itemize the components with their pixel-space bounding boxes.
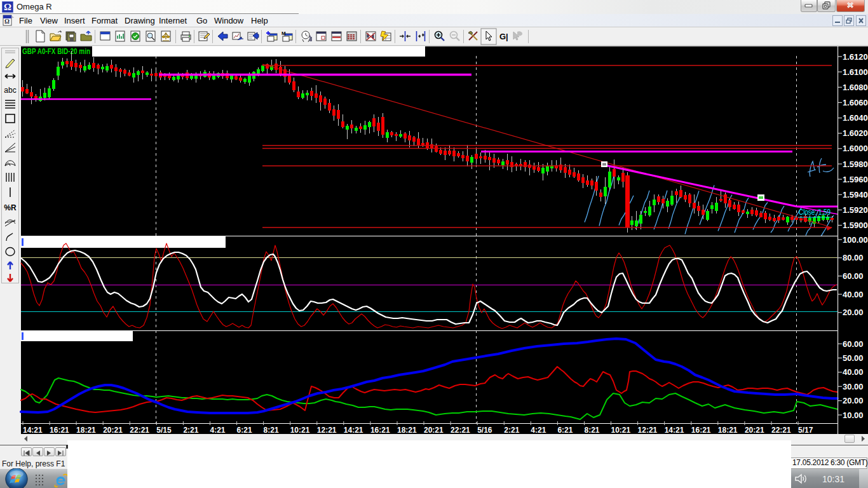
svg-text:1.5920: 1.5920 xyxy=(843,205,868,215)
svg-text:20.00: 20.00 xyxy=(843,308,864,317)
svg-text:5/15: 5/15 xyxy=(156,426,172,435)
svg-text:1.5940: 1.5940 xyxy=(843,190,868,200)
svg-text:1.6040: 1.6040 xyxy=(843,113,868,123)
svg-text:Ω: Ω xyxy=(4,18,10,25)
svg-text:1.5980: 1.5980 xyxy=(843,159,868,169)
svg-text:1.6120: 1.6120 xyxy=(843,52,868,62)
svg-text:18:21: 18:21 xyxy=(76,426,96,435)
svg-text:50.00: 50.00 xyxy=(843,353,864,363)
svg-text:1.6060: 1.6060 xyxy=(843,98,868,107)
svg-text:10.00: 10.00 xyxy=(843,410,864,420)
svg-text:8:21: 8:21 xyxy=(264,426,279,435)
svg-text:20:21: 20:21 xyxy=(424,426,444,435)
svg-text:12:21: 12:21 xyxy=(638,426,658,435)
svg-text:20.00: 20.00 xyxy=(843,396,864,405)
svg-text:10:21: 10:21 xyxy=(611,426,631,435)
svg-text:10:21: 10:21 xyxy=(290,426,310,435)
svg-text:6:21: 6:21 xyxy=(557,426,573,435)
svg-text:Close: 1.59: Close: 1.59 xyxy=(799,208,831,217)
svg-text:80.00: 80.00 xyxy=(843,253,864,262)
svg-text:4:21: 4:21 xyxy=(210,426,226,435)
svg-text:20:21: 20:21 xyxy=(745,426,764,435)
svg-text:4:21: 4:21 xyxy=(531,426,546,435)
svg-text:16:21: 16:21 xyxy=(691,426,711,435)
svg-text:2:21: 2:21 xyxy=(183,426,198,435)
svg-text:30.00: 30.00 xyxy=(843,382,864,391)
svg-text:18:21: 18:21 xyxy=(397,426,417,435)
svg-text:6:21: 6:21 xyxy=(237,426,252,435)
svg-text:GBP A0-FX BID-20 min: GBP A0-FX BID-20 min xyxy=(22,47,90,56)
svg-text:20:21: 20:21 xyxy=(103,426,123,435)
svg-text:5/16: 5/16 xyxy=(477,426,492,435)
svg-text:1.6020: 1.6020 xyxy=(843,128,868,138)
svg-text:100.00: 100.00 xyxy=(843,235,868,245)
svg-text:8:21: 8:21 xyxy=(585,426,600,435)
svg-text:G|: G| xyxy=(499,32,508,41)
svg-text:60.00: 60.00 xyxy=(843,339,864,349)
svg-text:1.5960: 1.5960 xyxy=(843,175,868,184)
svg-text:22:21: 22:21 xyxy=(130,426,149,435)
svg-text:1.6080: 1.6080 xyxy=(843,83,868,92)
svg-text:1.6000: 1.6000 xyxy=(843,144,868,153)
svg-text:Ω: Ω xyxy=(4,2,11,12)
svg-text:5/17: 5/17 xyxy=(798,426,813,435)
svg-text:14:21: 14:21 xyxy=(665,426,684,435)
svg-text:14:21: 14:21 xyxy=(23,426,43,435)
svg-text:2:21: 2:21 xyxy=(504,426,519,435)
svg-text:60.00: 60.00 xyxy=(843,271,864,281)
svg-text:1.6100: 1.6100 xyxy=(843,67,868,77)
svg-text:22:21: 22:21 xyxy=(451,426,470,435)
svg-text:14:21: 14:21 xyxy=(344,426,363,435)
svg-text:40.00: 40.00 xyxy=(843,367,864,377)
svg-text:40.00: 40.00 xyxy=(843,290,864,299)
svg-text:18:21: 18:21 xyxy=(718,426,738,435)
svg-text:22:21: 22:21 xyxy=(771,426,791,435)
svg-text:1.5900: 1.5900 xyxy=(843,220,868,230)
svg-text:16:21: 16:21 xyxy=(370,426,390,435)
svg-text:12:21: 12:21 xyxy=(317,426,337,435)
svg-text:M: M xyxy=(281,30,286,36)
svg-text:16:21: 16:21 xyxy=(50,426,69,435)
